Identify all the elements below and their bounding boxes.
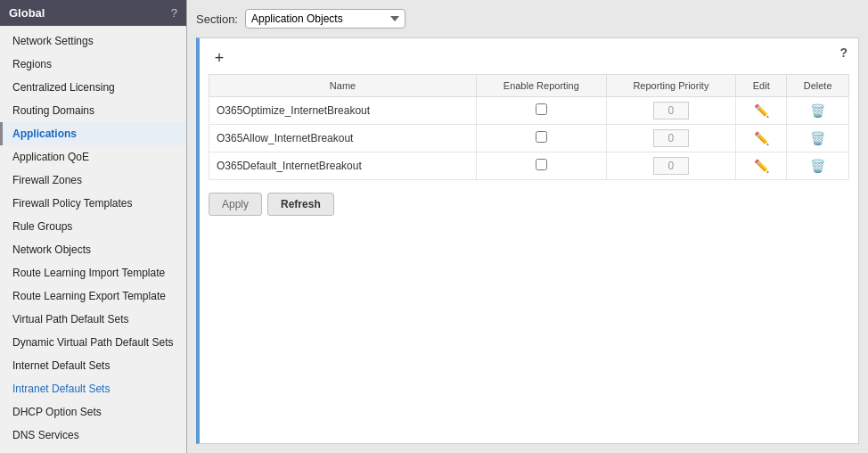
sidebar-item-firewall-zones[interactable]: Firewall Zones (0, 169, 186, 192)
col-edit: Edit (736, 75, 787, 97)
row-delete-2: 🗑️ (787, 152, 849, 180)
sidebar-item-dynamic-virtual-path[interactable]: Dynamic Virtual Path Default Sets (0, 331, 186, 354)
col-delete: Delete (787, 75, 849, 97)
sidebar-item-dhcp-option-sets[interactable]: DHCP Option Sets (0, 400, 186, 424)
sidebar: Global ? Network SettingsRegionsCentrali… (0, 0, 187, 453)
sidebar-nav: Network SettingsRegionsCentralized Licen… (0, 26, 186, 453)
content-panel: ? + NameEnable ReportingReporting Priori… (196, 37, 859, 444)
sidebar-item-network-settings[interactable]: Network Settings (0, 29, 186, 53)
row-edit-2: ✏️ (736, 152, 787, 180)
edit-button-2[interactable]: ✏️ (751, 158, 772, 174)
sidebar-item-routing-domains[interactable]: Routing Domains (0, 99, 186, 122)
row-reporting-priority-1 (606, 125, 736, 152)
col-reporting-priority: Reporting Priority (606, 75, 736, 97)
main-content: Section: Application ObjectsApplication … (187, 0, 868, 453)
row-name-1: O365Allow_InternetBreakout (209, 125, 477, 152)
row-name-0: O365Optimize_InternetBreakout (209, 97, 477, 125)
table-row: O365Allow_InternetBreakout✏️🗑️ (209, 125, 849, 152)
section-select[interactable]: Application ObjectsApplication Groups (245, 9, 405, 29)
row-delete-1: 🗑️ (787, 125, 849, 152)
sidebar-item-application-qoe[interactable]: Application QoE (0, 145, 186, 169)
table-row: O365Optimize_InternetBreakout✏️🗑️ (209, 97, 849, 125)
sidebar-item-firewall-policy-templates[interactable]: Firewall Policy Templates (0, 192, 186, 215)
table-body: O365Optimize_InternetBreakout✏️🗑️O365All… (209, 97, 849, 180)
sidebar-item-applications[interactable]: Applications (0, 122, 186, 145)
sidebar-item-autopath-groups[interactable]: Autopath Groups (0, 447, 186, 453)
row-delete-0: 🗑️ (787, 97, 849, 125)
section-bar: Section: Application ObjectsApplication … (196, 9, 859, 29)
sidebar-item-route-learning-export[interactable]: Route Learning Export Template (0, 284, 186, 308)
sidebar-item-rule-groups[interactable]: Rule Groups (0, 215, 186, 238)
row-enable-reporting-0 (477, 97, 607, 125)
row-edit-0: ✏️ (736, 97, 787, 125)
sidebar-item-centralized-licensing[interactable]: Centralized Licensing (0, 76, 186, 99)
sidebar-item-network-objects[interactable]: Network Objects (0, 238, 186, 261)
sidebar-help-icon[interactable]: ? (171, 6, 177, 20)
sidebar-item-regions[interactable]: Regions (0, 53, 186, 76)
enable-reporting-checkbox-0[interactable] (536, 103, 547, 115)
sidebar-item-route-learning-import[interactable]: Route Learning Import Template (0, 261, 186, 284)
row-name-2: O365Default_InternetBreakout (209, 152, 477, 180)
priority-input-1[interactable] (653, 129, 689, 147)
edit-button-1[interactable]: ✏️ (751, 130, 772, 146)
sidebar-item-dns-services[interactable]: DNS Services (0, 424, 186, 447)
sidebar-header: Global ? (0, 0, 186, 26)
row-enable-reporting-2 (477, 152, 607, 180)
section-label: Section: (196, 12, 238, 26)
data-table: NameEnable ReportingReporting PriorityEd… (209, 74, 849, 180)
priority-input-2[interactable] (653, 157, 689, 175)
sidebar-item-intranet-default-sets[interactable]: Intranet Default Sets (0, 377, 186, 400)
add-button[interactable]: + (209, 47, 230, 69)
table-header-row: NameEnable ReportingReporting PriorityEd… (209, 75, 849, 97)
row-reporting-priority-2 (606, 152, 736, 180)
enable-reporting-checkbox-1[interactable] (536, 131, 547, 143)
table-row: O365Default_InternetBreakout✏️🗑️ (209, 152, 849, 180)
sidebar-item-virtual-path-default-sets[interactable]: Virtual Path Default Sets (0, 308, 186, 331)
priority-input-0[interactable] (653, 102, 689, 119)
col-enable-reporting: Enable Reporting (477, 75, 607, 97)
bottom-bar: Apply Refresh (209, 193, 849, 216)
refresh-button[interactable]: Refresh (267, 193, 334, 216)
sidebar-item-internet-default-sets[interactable]: Internet Default Sets (0, 354, 186, 377)
enable-reporting-checkbox-2[interactable] (536, 159, 547, 170)
col-name: Name (209, 75, 477, 97)
delete-button-1[interactable]: 🗑️ (807, 130, 828, 146)
sidebar-title: Global (9, 6, 45, 20)
delete-button-2[interactable]: 🗑️ (807, 158, 828, 174)
panel-help-icon: ? (839, 45, 848, 60)
edit-button-0[interactable]: ✏️ (751, 103, 772, 119)
row-reporting-priority-0 (606, 97, 736, 125)
delete-button-0[interactable]: 🗑️ (807, 103, 828, 119)
row-enable-reporting-1 (477, 125, 607, 152)
apply-button[interactable]: Apply (209, 193, 262, 216)
row-edit-1: ✏️ (736, 125, 787, 152)
